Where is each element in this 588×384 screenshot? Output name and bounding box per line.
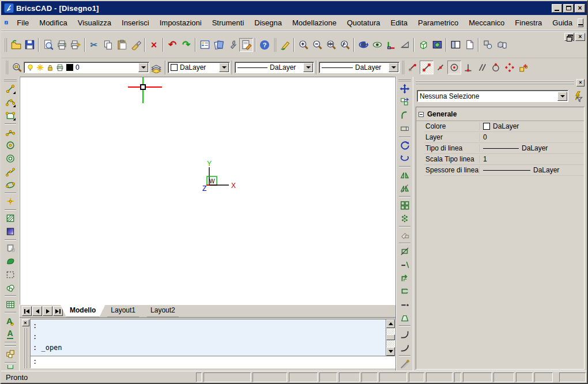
zoom-out-button[interactable] — [310, 38, 324, 52]
view-3d-button[interactable] — [416, 38, 430, 52]
undo-button[interactable]: ↶ — [165, 38, 179, 52]
array-button[interactable] — [397, 198, 412, 212]
close-button[interactable]: × — [575, 4, 585, 13]
color-combobox[interactable]: DaLayer — [168, 62, 230, 73]
scroll-track[interactable] — [386, 328, 395, 347]
toolbar-grip[interactable] — [401, 61, 404, 74]
ellipse-button[interactable] — [3, 178, 18, 191]
chamfer-button[interactable] — [397, 311, 412, 324]
lineweight-combobox[interactable]: DaLayer — [319, 62, 399, 73]
tab-prev-button[interactable] — [32, 306, 42, 316]
menu-guida[interactable]: Guida — [547, 17, 578, 29]
mirror-3d-button[interactable] — [397, 182, 412, 195]
scroll-down-button[interactable] — [386, 347, 395, 356]
menu-finestra[interactable]: Finestra — [510, 17, 547, 29]
toolbar-grip[interactable] — [5, 61, 8, 74]
layer-on-icon[interactable] — [27, 63, 34, 71]
tab-last-button[interactable] — [53, 306, 63, 316]
extend-button[interactable] — [397, 258, 412, 272]
menu-visualizza[interactable]: Visualizza — [73, 17, 116, 29]
fillet-button[interactable] — [397, 327, 412, 341]
snap-tangent-button[interactable] — [489, 61, 503, 74]
insert-block-button[interactable] — [3, 348, 18, 361]
layers-button[interactable] — [149, 61, 163, 74]
copy-entity-button[interactable] — [397, 96, 412, 109]
hatch-button[interactable] — [3, 212, 18, 225]
toolbar-grip[interactable] — [273, 38, 276, 52]
zoom-in-button[interactable] — [296, 38, 310, 52]
revision-cloud-button[interactable] — [3, 281, 18, 294]
menu-parametrico[interactable]: Parametrico — [413, 17, 463, 29]
fillet-arc-button[interactable] — [397, 341, 412, 354]
panel-grip[interactable] — [416, 81, 574, 84]
color-swatch[interactable] — [483, 123, 490, 130]
tab-layout2[interactable]: Layout2 — [141, 305, 184, 317]
status-cell[interactable] — [559, 372, 586, 382]
status-cell[interactable] — [426, 372, 453, 382]
lineweight-dropdown-button[interactable] — [389, 63, 398, 72]
region-button[interactable] — [3, 242, 18, 255]
trim-button[interactable] — [397, 245, 412, 258]
polyline-button[interactable] — [3, 96, 18, 109]
status-cell[interactable] — [196, 372, 202, 382]
mdi-minimize-button[interactable] — [578, 18, 583, 27]
layer-print-icon[interactable] — [56, 63, 64, 71]
ucs-button[interactable] — [384, 38, 398, 52]
snap-center-button[interactable] — [447, 61, 461, 74]
menu-modellazione[interactable]: Modellazione — [287, 17, 342, 29]
move-button[interactable] — [397, 82, 412, 96]
delete-button[interactable]: × — [147, 38, 161, 52]
arc-button[interactable] — [3, 126, 18, 139]
pattern-button[interactable] — [397, 212, 412, 225]
mirror-button[interactable] — [397, 168, 412, 182]
text-button[interactable]: A — [3, 314, 18, 327]
drawing-explorer-button[interactable] — [198, 38, 212, 52]
redline-button[interactable] — [278, 38, 292, 52]
layer-lock-icon[interactable] — [46, 63, 54, 71]
property-row-colore[interactable]: Colore DaLayer — [424, 121, 584, 132]
property-row-scala-tipo-linea[interactable]: Scala Tipo linea 1 — [424, 154, 584, 165]
selection-combobox[interactable]: Nessuna Selezione — [417, 90, 568, 102]
drawing-canvas[interactable]: Y W X Z — [20, 77, 395, 305]
line-button[interactable] — [3, 82, 18, 96]
open-button[interactable] — [9, 38, 22, 52]
command-close-button[interactable]: × — [22, 319, 29, 326]
color-dropdown-button[interactable] — [219, 63, 229, 72]
rotate-button[interactable] — [397, 139, 412, 152]
menu-disegna[interactable]: Disegna — [249, 17, 287, 29]
view-eye-button[interactable] — [370, 38, 384, 52]
render-button[interactable] — [430, 38, 444, 52]
layer-freeze-icon[interactable] — [36, 63, 44, 71]
table-button[interactable] — [3, 298, 18, 311]
status-cell[interactable] — [516, 372, 533, 382]
menu-inserisci[interactable]: Inserisci — [116, 17, 154, 29]
tab-first-button[interactable] — [22, 306, 32, 316]
status-cell[interactable] — [409, 372, 424, 382]
command-input[interactable]: : — [31, 356, 395, 368]
named-views-button[interactable] — [398, 38, 412, 52]
status-cell[interactable] — [534, 372, 553, 382]
maximize-button[interactable] — [563, 4, 574, 13]
spline-button[interactable] — [3, 165, 18, 178]
status-cell[interactable] — [454, 372, 461, 382]
snap-parallel-button[interactable] — [475, 61, 489, 74]
match-properties-button[interactable] — [129, 38, 142, 52]
entities-3d-button[interactable] — [495, 38, 508, 52]
property-row-spessore-di-linea[interactable]: Spessore di linea DaLayer — [424, 165, 584, 176]
collapse-icon[interactable] — [419, 112, 424, 117]
menu-edita[interactable]: Edita — [385, 17, 413, 29]
zoom-previous-button[interactable] — [338, 38, 352, 52]
solid-button[interactable] — [3, 255, 18, 268]
snap-quadrant-button[interactable] — [503, 61, 517, 74]
command-scrollbar[interactable] — [386, 319, 395, 356]
circle-button[interactable] — [3, 138, 18, 152]
plot-button[interactable] — [69, 38, 82, 52]
snap-nearest-button[interactable] — [406, 61, 420, 74]
linetype-dropdown-button[interactable] — [303, 63, 313, 72]
mdi-restore-button[interactable] — [564, 33, 574, 41]
menu-file[interactable]: File — [12, 17, 34, 29]
help-button[interactable]: ? — [258, 38, 272, 52]
linetype-combobox[interactable]: DaLayer — [235, 62, 314, 73]
status-cell[interactable] — [463, 372, 492, 382]
status-cell[interactable] — [289, 372, 318, 382]
